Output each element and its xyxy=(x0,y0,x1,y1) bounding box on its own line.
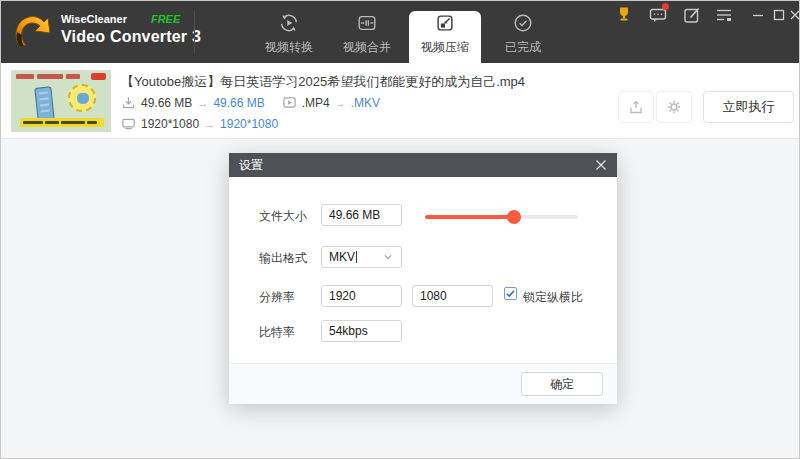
resolution-width-input[interactable] xyxy=(321,285,402,307)
thumbnail-phone xyxy=(34,86,54,122)
chevron-down-icon xyxy=(382,251,394,263)
size-to: 49.66 MB xyxy=(213,96,264,110)
format-from: .MP4 xyxy=(302,96,330,110)
tab-label: 视频压缩 xyxy=(421,39,469,56)
archive-up-icon xyxy=(628,99,644,115)
thumbnail-bubble xyxy=(68,84,96,112)
thumbnail-top-text xyxy=(16,74,96,79)
output-format-select[interactable]: MKV xyxy=(321,246,402,268)
tab-completed[interactable]: 已完成 xyxy=(487,1,559,63)
thumbnail-youtube-logo xyxy=(91,73,106,80)
resolution-height-input[interactable] xyxy=(412,285,493,307)
dialog-header: 设置 xyxy=(229,153,617,177)
product-name: Video Converter 3 xyxy=(61,28,201,46)
format-play-icon xyxy=(282,95,297,110)
file-title: 【Youtobe搬运】每日英语学习2025希望我们都能更好的成为自己.mp4 xyxy=(121,73,525,91)
download-size-icon xyxy=(121,95,136,110)
task-list-icon[interactable] xyxy=(714,5,734,25)
feedback-message-icon[interactable] xyxy=(648,5,668,25)
resolution-label: 分辨率 xyxy=(259,289,295,306)
arrow: → xyxy=(204,118,215,130)
monitor-icon xyxy=(121,116,136,131)
tab-label: 已完成 xyxy=(505,39,541,56)
file-size-slider[interactable] xyxy=(425,210,578,224)
ok-button[interactable]: 确定 xyxy=(521,372,603,396)
dialog-footer: 确定 xyxy=(229,363,617,404)
free-badge: FREE xyxy=(151,13,180,25)
size-from: 49.66 MB xyxy=(141,96,192,110)
minimize-button[interactable] xyxy=(749,6,767,24)
file-size-label: 文件大小 xyxy=(259,208,307,225)
arrow: → xyxy=(335,97,346,109)
bitrate-label: 比特率 xyxy=(259,324,295,341)
thumbnail-character xyxy=(77,93,89,104)
tab-video-compress[interactable]: 视频压缩 xyxy=(409,11,481,63)
file-meta-size-format: 49.66 MB → 49.66 MB .MP4 → .MKV xyxy=(121,95,380,110)
close-button[interactable] xyxy=(786,6,800,24)
lock-aspect-label: 锁定纵横比 xyxy=(523,289,583,306)
app-logo-icon xyxy=(9,9,55,55)
file-size-input[interactable] xyxy=(321,204,402,226)
slider-fill xyxy=(425,215,514,219)
output-format-value: MKV xyxy=(329,250,355,264)
output-folder-button[interactable] xyxy=(618,91,654,123)
output-format-label: 输出格式 xyxy=(259,250,307,267)
video-thumbnail xyxy=(11,70,111,132)
slider-thumb[interactable] xyxy=(507,210,521,224)
brand-divider xyxy=(194,11,195,53)
brand-text: WiseCleaner FREE Video Converter 3 xyxy=(61,13,201,46)
dialog-close-icon[interactable] xyxy=(595,159,607,171)
convert-icon xyxy=(278,12,300,34)
thumbnail-banner xyxy=(20,118,104,127)
settings-dialog: 设置 文件大小 输出格式 MKV 分辨率 xyxy=(229,153,617,403)
format-to: .MKV xyxy=(351,96,380,110)
merge-icon xyxy=(356,12,378,34)
edit-note-icon[interactable] xyxy=(682,5,702,25)
tab-label: 视频合并 xyxy=(343,39,391,56)
check-icon xyxy=(505,288,516,299)
tab-label: 视频转换 xyxy=(265,39,313,56)
arrow: → xyxy=(197,97,208,109)
upgrade-trophy-icon[interactable] xyxy=(614,5,634,25)
bitrate-input[interactable] xyxy=(321,320,402,342)
compress-icon xyxy=(434,12,456,34)
lock-aspect-checkbox[interactable] xyxy=(504,287,517,300)
file-meta-resolution: 1920*1080 → 1920*1080 xyxy=(121,116,278,131)
tab-video-merge[interactable]: 视频合并 xyxy=(331,1,403,63)
settings-button[interactable] xyxy=(656,91,692,123)
brand-company: WiseCleaner xyxy=(61,13,127,25)
title-bar: WiseCleaner FREE Video Converter 3 视频转换 xyxy=(1,1,799,63)
main-tabs: 视频转换 视频合并 视频压缩 xyxy=(253,1,559,63)
resolution-to: 1920*1080 xyxy=(220,117,278,131)
file-list-row: 【Youtobe搬运】每日英语学习2025希望我们都能更好的成为自己.mp4 4… xyxy=(1,63,799,139)
notification-dot xyxy=(662,3,669,10)
check-circle-icon xyxy=(512,12,534,34)
execute-now-button[interactable]: 立即执行 xyxy=(703,91,794,123)
app-window: WiseCleaner FREE Video Converter 3 视频转换 xyxy=(0,0,800,459)
dialog-title: 设置 xyxy=(239,157,263,174)
text-caret xyxy=(356,251,357,263)
resolution-from: 1920*1080 xyxy=(141,117,199,131)
gear-icon xyxy=(666,99,682,115)
tab-video-convert[interactable]: 视频转换 xyxy=(253,1,325,63)
